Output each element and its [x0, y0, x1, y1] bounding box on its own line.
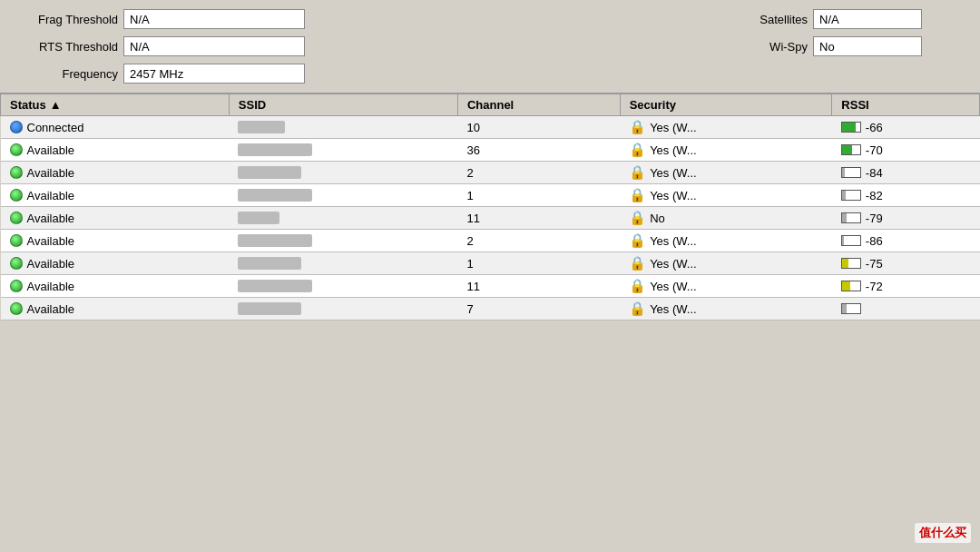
signal-fill [842, 168, 845, 177]
lock-icon: 🔒 [629, 232, 646, 249]
security-text: Yes (W... [650, 234, 697, 248]
status-cell: Available [1, 275, 230, 298]
lock-icon: 🔒 [629, 278, 646, 294]
table-row[interactable]: Available 11🔒No-79 [1, 207, 980, 230]
rssi-cell: -79 [832, 207, 980, 230]
lock-icon: 🔒 [629, 210, 646, 226]
rssi-cell: -72 [832, 275, 980, 298]
status-cell: Available [1, 230, 230, 252]
table-row[interactable]: Available 2🔒Yes (W...-86 [1, 230, 980, 252]
status-label: Connected [27, 121, 84, 134]
signal-fill [842, 145, 852, 154]
ssid-blurred [238, 121, 285, 133]
col-header-rssi[interactable]: RSSI [832, 94, 980, 116]
ssid-cell [229, 162, 457, 184]
security-text: Yes (W... [650, 302, 697, 316]
ssid-cell [229, 298, 457, 320]
frag-threshold-label: Frag Threshold [18, 13, 118, 26]
security-cell: 🔒Yes (W... [620, 275, 832, 298]
rssi-cell: -86 [832, 230, 980, 252]
table-row[interactable]: Available 11🔒Yes (W...-72 [1, 275, 980, 298]
ssid-blurred [238, 212, 279, 224]
satellites-label: Satellites [708, 13, 808, 26]
status-cell: Available [1, 252, 230, 275]
status-dot-icon [10, 189, 23, 202]
ssid-cell [229, 275, 457, 298]
wispy-value: No [813, 36, 922, 56]
signal-bar [841, 190, 861, 201]
status-dot-icon [10, 121, 23, 133]
status-dot-icon [10, 234, 23, 247]
ssid-cell [229, 252, 457, 275]
channel-cell: 2 [457, 230, 620, 252]
signal-bar [841, 235, 861, 246]
table-row[interactable]: Available 1🔒Yes (W...-75 [1, 252, 980, 275]
ssid-blurred [238, 166, 301, 179]
lock-icon: 🔒 [629, 164, 646, 181]
signal-fill [842, 123, 856, 132]
lock-icon: 🔒 [629, 255, 646, 271]
col-header-security[interactable]: Security [620, 94, 832, 116]
security-cell: 🔒Yes (W... [620, 162, 832, 184]
security-cell: 🔒Yes (W... [620, 230, 832, 252]
lock-icon: 🔒 [629, 119, 646, 135]
status-label: Available [27, 189, 75, 202]
col-header-ssid[interactable]: SSID [229, 94, 457, 116]
table-row[interactable]: Available 36🔒Yes (W...-70 [1, 139, 980, 162]
wispy-label: Wi-Spy [708, 40, 808, 54]
lock-icon: 🔒 [629, 142, 646, 158]
status-cell: Available [1, 139, 230, 162]
signal-bar [841, 281, 861, 291]
status-label: Available [27, 234, 75, 248]
wifi-networks-table: Status ▲ SSID Channel Security RSSI [0, 94, 980, 320]
security-text: Yes (W... [650, 257, 697, 271]
ssid-blurred [238, 143, 312, 156]
security-cell: 🔒No [620, 207, 832, 230]
table-row[interactable]: Available 7🔒Yes (W... [1, 298, 980, 320]
rssi-cell: -66 [832, 116, 980, 139]
channel-cell: 1 [457, 184, 620, 207]
channel-cell: 7 [457, 298, 620, 320]
signal-bar [841, 167, 861, 178]
table-row[interactable]: Available 2🔒Yes (W...-84 [1, 162, 980, 184]
col-header-status[interactable]: Status ▲ [1, 94, 230, 116]
sort-arrow-icon: ▲ [50, 98, 62, 112]
rssi-cell: -75 [832, 252, 980, 275]
lock-icon: 🔒 [629, 187, 646, 203]
security-cell: 🔒Yes (W... [620, 116, 832, 139]
signal-bar [841, 122, 861, 133]
status-dot-icon [10, 166, 23, 179]
rssi-value: -86 [866, 234, 883, 248]
channel-cell: 11 [457, 275, 620, 298]
table-section: Status ▲ SSID Channel Security RSSI [0, 94, 980, 320]
status-label: Available [27, 212, 75, 225]
top-panel: Frag Threshold N/A RTS Threshold N/A Fre… [0, 0, 980, 94]
ssid-cell [229, 184, 457, 207]
status-label: Available [27, 166, 75, 180]
status-dot-icon [10, 212, 23, 224]
ssid-blurred [238, 257, 301, 270]
col-header-channel[interactable]: Channel [457, 94, 620, 116]
status-label: Available [27, 280, 75, 293]
rssi-value: -72 [866, 280, 883, 293]
rssi-cell [832, 298, 980, 320]
status-dot-icon [10, 302, 23, 315]
signal-fill [842, 281, 850, 291]
table-row[interactable]: Connected 10🔒Yes (W...-66 [1, 116, 980, 139]
security-text: Yes (W... [650, 189, 697, 202]
frag-threshold-row: Frag Threshold N/A [18, 9, 671, 29]
status-label: Available [27, 257, 75, 271]
status-dot-icon [10, 143, 23, 156]
channel-cell: 10 [457, 116, 620, 139]
table-row[interactable]: Available 1🔒Yes (W...-82 [1, 184, 980, 207]
signal-bar [841, 258, 861, 269]
signal-bar [841, 303, 861, 314]
rts-threshold-value: N/A [123, 36, 305, 56]
top-left-fields: Frag Threshold N/A RTS Threshold N/A Fre… [18, 9, 671, 84]
satellites-row: Satellites N/A [708, 9, 962, 29]
ssid-blurred [238, 189, 312, 202]
frag-threshold-value: N/A [123, 9, 305, 29]
security-cell: 🔒Yes (W... [620, 184, 832, 207]
status-cell: Available [1, 207, 230, 230]
satellites-value: N/A [813, 9, 922, 29]
